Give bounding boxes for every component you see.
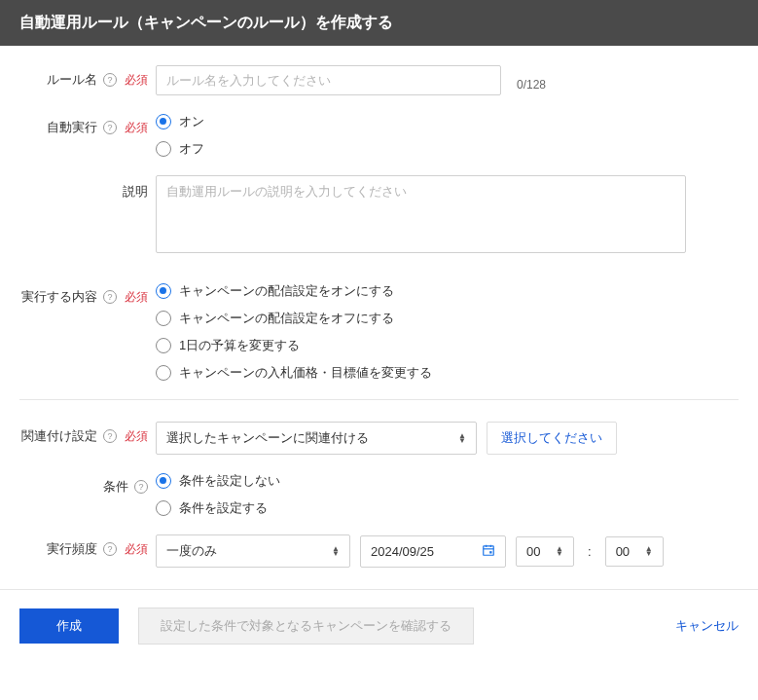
help-icon[interactable]: ? (103, 542, 117, 556)
radio-input[interactable] (156, 114, 171, 129)
help-icon[interactable]: ? (103, 121, 117, 134)
section-divider (19, 399, 739, 400)
radio-input[interactable] (156, 473, 171, 489)
chevron-sort-icon: ▲▼ (556, 546, 563, 556)
field-exec-content: キャンペーンの配信設定をオンにする キャンペーンの配信設定をオフにする 1日の予… (156, 282, 739, 382)
dialog-footer: 作成 設定した条件で対象となるキャンペーンを確認する キャンセル (0, 589, 758, 662)
radio-input[interactable] (156, 338, 171, 353)
label-conditions: 条件 ? (19, 472, 156, 496)
chevron-sort-icon: ▲▼ (332, 546, 340, 556)
label-exec-content: 実行する内容 ? 必須 (19, 282, 156, 306)
field-rule-name: 0/128 (156, 65, 739, 95)
field-association: 選択したキャンペーンに関連付ける ▲▼ 選択してください (156, 422, 739, 455)
help-icon[interactable]: ? (134, 480, 148, 494)
radio-conditions-none[interactable]: 条件を設定しない (156, 472, 739, 490)
description-textarea[interactable] (156, 175, 686, 253)
row-description: 説明 (19, 175, 739, 253)
select-value: 一度のみ (166, 542, 217, 560)
radio-label: キャンペーンの配信設定をオンにする (179, 282, 394, 300)
label-text: ルール名 (47, 71, 97, 89)
association-select[interactable]: 選択したキャンペーンに関連付ける ▲▼ (156, 422, 477, 455)
cancel-button[interactable]: キャンセル (675, 617, 739, 635)
chevron-sort-icon: ▲▼ (645, 546, 653, 556)
label-description: 説明 (19, 175, 156, 201)
chevron-sort-icon: ▲▼ (458, 433, 466, 443)
svg-rect-0 (484, 545, 494, 554)
field-auto-exec: オン オフ (156, 113, 739, 158)
radio-input[interactable] (156, 365, 171, 381)
rule-name-input[interactable] (156, 65, 501, 95)
radio-label: 条件を設定しない (179, 472, 280, 490)
help-icon[interactable]: ? (103, 290, 117, 304)
frequency-mode-select[interactable]: 一度のみ ▲▼ (156, 534, 350, 568)
association-pick-button[interactable]: 選択してください (487, 422, 617, 455)
select-value: 00 (526, 544, 540, 559)
preview-campaigns-button[interactable]: 設定した条件で対象となるキャンペーンを確認する (138, 608, 474, 645)
radio-exec-opt2[interactable]: キャンペーンの配信設定をオフにする (156, 310, 739, 327)
radio-exec-opt3[interactable]: 1日の予算を変更する (156, 337, 739, 354)
radio-label: オン (179, 113, 204, 130)
form-body: ルール名 ? 必須 0/128 自動実行 ? 必須 オン オフ (0, 46, 758, 589)
dialog-title: 自動運用ルール（キャンペーンのルール）を作成する (19, 14, 393, 30)
svg-rect-4 (489, 551, 491, 553)
row-conditions: 条件 ? 条件を設定しない 条件を設定する (19, 472, 739, 517)
row-association: 関連付け設定 ? 必須 選択したキャンペーンに関連付ける ▲▼ 選択してください (19, 422, 739, 455)
label-auto-exec: 自動実行 ? 必須 (19, 113, 156, 136)
help-icon[interactable]: ? (103, 429, 117, 443)
radio-auto-exec-off[interactable]: オフ (156, 140, 739, 158)
radio-input[interactable] (156, 141, 171, 157)
label-text: 関連付け設定 (21, 427, 97, 445)
radio-exec-opt4[interactable]: キャンペーンの入札価格・目標値を変更する (156, 364, 739, 382)
label-association: 関連付け設定 ? 必須 (19, 422, 156, 445)
label-text: 条件 (103, 478, 128, 496)
create-button[interactable]: 作成 (19, 608, 119, 644)
row-auto-exec: 自動実行 ? 必須 オン オフ (19, 113, 739, 158)
radio-label: 条件を設定する (179, 499, 268, 517)
radio-conditions-set[interactable]: 条件を設定する (156, 499, 739, 517)
label-text: 実行頻度 (47, 540, 97, 558)
radio-label: キャンペーンの入札価格・目標値を変更する (179, 364, 432, 382)
time-colon: : (584, 544, 596, 559)
label-frequency: 実行頻度 ? 必須 (19, 534, 156, 558)
field-frequency: 一度のみ ▲▼ 2024/09/25 00 ▲▼ : 00 ▲▼ (156, 534, 739, 568)
radio-exec-opt1[interactable]: キャンペーンの配信設定をオンにする (156, 282, 739, 300)
radio-label: キャンペーンの配信設定をオフにする (179, 310, 394, 327)
required-badge: 必須 (125, 289, 148, 306)
radio-auto-exec-on[interactable]: オン (156, 113, 739, 130)
row-frequency: 実行頻度 ? 必須 一度のみ ▲▼ 2024/09/25 00 ▲▼ (19, 534, 739, 568)
frequency-date-picker[interactable]: 2024/09/25 (360, 535, 506, 568)
date-value: 2024/09/25 (371, 544, 434, 559)
frequency-minute-select[interactable]: 00 ▲▼ (605, 536, 664, 567)
rule-name-counter: 0/128 (517, 70, 546, 92)
label-text: 実行する内容 (21, 288, 97, 306)
radio-input[interactable] (156, 311, 171, 326)
required-badge: 必須 (125, 72, 148, 89)
label-text: 説明 (123, 183, 148, 201)
select-value: 00 (616, 544, 630, 559)
required-badge: 必須 (125, 541, 148, 558)
frequency-hour-select[interactable]: 00 ▲▼ (516, 536, 574, 567)
select-value: 選択したキャンペーンに関連付ける (166, 429, 369, 447)
required-badge: 必須 (125, 428, 148, 445)
row-exec-content: 実行する内容 ? 必須 キャンペーンの配信設定をオンにする キャンペーンの配信設… (19, 282, 739, 382)
radio-label: オフ (179, 140, 204, 158)
row-rule-name: ルール名 ? 必須 0/128 (19, 65, 739, 95)
dialog-header: 自動運用ルール（キャンペーンのルール）を作成する (0, 0, 758, 46)
radio-input[interactable] (156, 500, 171, 516)
field-description (156, 175, 739, 253)
help-icon[interactable]: ? (103, 73, 117, 87)
field-conditions: 条件を設定しない 条件を設定する (156, 472, 739, 517)
radio-input[interactable] (156, 283, 171, 299)
calendar-icon (482, 543, 495, 560)
label-rule-name: ルール名 ? 必須 (19, 65, 156, 89)
required-badge: 必須 (125, 120, 148, 136)
radio-label: 1日の予算を変更する (179, 337, 300, 354)
label-text: 自動実行 (47, 119, 97, 136)
